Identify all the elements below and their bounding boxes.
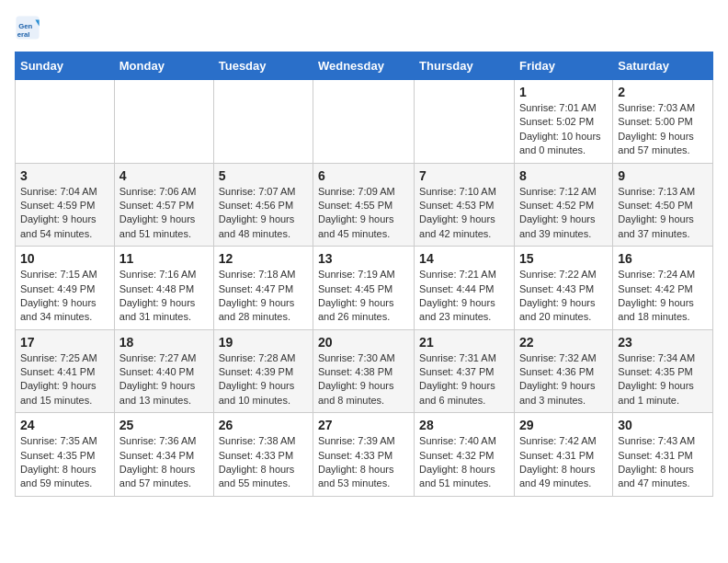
day-cell: 9Sunrise: 7:13 AM Sunset: 4:50 PM Daylig… [613,163,713,247]
day-number: 30 [618,418,708,432]
day-number: 21 [419,335,509,350]
day-detail: Sunrise: 7:27 AM Sunset: 4:40 PM Dayligh… [119,351,209,408]
day-detail: Sunrise: 7:40 AM Sunset: 4:32 PM Dayligh… [419,434,509,491]
day-cell: 24Sunrise: 7:35 AM Sunset: 4:35 PM Dayli… [16,413,115,497]
week-row-3: 10Sunrise: 7:15 AM Sunset: 4:49 PM Dayli… [16,247,713,330]
day-number: 17 [20,335,109,350]
day-number: 8 [519,168,608,183]
top-area: Gen eral [15,15,713,44]
day-cell: 18Sunrise: 7:27 AM Sunset: 4:40 PM Dayli… [114,329,213,413]
day-cell [16,80,115,164]
svg-text:Gen: Gen [18,22,32,30]
day-detail: Sunrise: 7:38 AM Sunset: 4:33 PM Dayligh… [219,434,308,491]
day-detail: Sunrise: 7:09 AM Sunset: 4:55 PM Dayligh… [318,185,409,242]
day-cell [114,80,213,164]
day-number: 7 [419,168,509,183]
week-row-5: 24Sunrise: 7:35 AM Sunset: 4:35 PM Dayli… [16,413,713,497]
day-detail: Sunrise: 7:35 AM Sunset: 4:35 PM Dayligh… [20,434,109,491]
day-cell: 26Sunrise: 7:38 AM Sunset: 4:33 PM Dayli… [213,413,313,497]
day-detail: Sunrise: 7:42 AM Sunset: 4:31 PM Dayligh… [519,434,608,491]
day-number: 29 [519,418,608,432]
day-cell [313,80,414,164]
calendar-table: SundayMondayTuesdayWednesdayThursdayFrid… [15,52,713,497]
day-detail: Sunrise: 7:19 AM Sunset: 4:45 PM Dayligh… [318,268,409,325]
day-cell: 28Sunrise: 7:40 AM Sunset: 4:32 PM Dayli… [415,413,515,497]
day-cell: 25Sunrise: 7:36 AM Sunset: 4:34 PM Dayli… [114,413,213,497]
day-cell: 30Sunrise: 7:43 AM Sunset: 4:31 PM Dayli… [613,413,713,497]
day-detail: Sunrise: 7:39 AM Sunset: 4:33 PM Dayligh… [318,434,409,491]
calendar-header: SundayMondayTuesdayWednesdayThursdayFrid… [16,52,713,80]
day-detail: Sunrise: 7:28 AM Sunset: 4:39 PM Dayligh… [219,351,308,408]
header-day-sunday: Sunday [16,52,115,80]
day-number: 26 [219,418,308,432]
logo: Gen eral [15,15,44,40]
logo-icon: Gen eral [15,15,40,40]
day-detail: Sunrise: 7:03 AM Sunset: 5:00 PM Dayligh… [618,101,708,158]
header-day-tuesday: Tuesday [213,52,313,80]
day-detail: Sunrise: 7:31 AM Sunset: 4:37 PM Dayligh… [419,351,509,408]
day-detail: Sunrise: 7:10 AM Sunset: 4:53 PM Dayligh… [419,185,509,242]
day-number: 2 [618,85,708,99]
day-detail: Sunrise: 7:07 AM Sunset: 4:56 PM Dayligh… [219,185,308,242]
day-number: 18 [119,335,209,350]
day-detail: Sunrise: 7:43 AM Sunset: 4:31 PM Dayligh… [618,434,708,491]
day-number: 3 [20,168,109,183]
week-row-2: 3Sunrise: 7:04 AM Sunset: 4:59 PM Daylig… [16,163,713,247]
day-number: 9 [618,168,708,183]
day-detail: Sunrise: 7:34 AM Sunset: 4:35 PM Dayligh… [618,351,708,408]
day-detail: Sunrise: 7:25 AM Sunset: 4:41 PM Dayligh… [20,351,109,408]
day-cell: 1Sunrise: 7:01 AM Sunset: 5:02 PM Daylig… [514,80,612,164]
header-day-wednesday: Wednesday [313,52,414,80]
day-cell: 20Sunrise: 7:30 AM Sunset: 4:38 PM Dayli… [313,329,414,413]
day-cell: 12Sunrise: 7:18 AM Sunset: 4:47 PM Dayli… [213,247,313,330]
day-detail: Sunrise: 7:16 AM Sunset: 4:48 PM Dayligh… [119,268,209,325]
header-day-saturday: Saturday [613,52,713,80]
day-number: 27 [318,418,409,432]
day-number: 5 [219,168,308,183]
day-detail: Sunrise: 7:15 AM Sunset: 4:49 PM Dayligh… [20,268,109,325]
day-cell: 7Sunrise: 7:10 AM Sunset: 4:53 PM Daylig… [415,163,515,247]
day-cell: 6Sunrise: 7:09 AM Sunset: 4:55 PM Daylig… [313,163,414,247]
day-cell: 2Sunrise: 7:03 AM Sunset: 5:00 PM Daylig… [613,80,713,164]
day-cell: 4Sunrise: 7:06 AM Sunset: 4:57 PM Daylig… [114,163,213,247]
day-detail: Sunrise: 7:04 AM Sunset: 4:59 PM Dayligh… [20,185,109,242]
day-detail: Sunrise: 7:21 AM Sunset: 4:44 PM Dayligh… [419,268,509,325]
day-cell: 3Sunrise: 7:04 AM Sunset: 4:59 PM Daylig… [16,163,115,247]
day-cell: 10Sunrise: 7:15 AM Sunset: 4:49 PM Dayli… [16,247,115,330]
day-number: 16 [618,251,708,266]
day-number: 20 [318,335,409,350]
day-cell: 27Sunrise: 7:39 AM Sunset: 4:33 PM Dayli… [313,413,414,497]
day-number: 23 [618,335,708,350]
day-number: 4 [119,168,209,183]
day-number: 22 [519,335,608,350]
day-cell: 29Sunrise: 7:42 AM Sunset: 4:31 PM Dayli… [514,413,612,497]
header-day-thursday: Thursday [415,52,515,80]
day-detail: Sunrise: 7:36 AM Sunset: 4:34 PM Dayligh… [119,434,209,491]
day-cell: 16Sunrise: 7:24 AM Sunset: 4:42 PM Dayli… [613,247,713,330]
day-number: 19 [219,335,308,350]
day-cell: 8Sunrise: 7:12 AM Sunset: 4:52 PM Daylig… [514,163,612,247]
day-cell: 21Sunrise: 7:31 AM Sunset: 4:37 PM Dayli… [415,329,515,413]
day-cell: 17Sunrise: 7:25 AM Sunset: 4:41 PM Dayli… [16,329,115,413]
day-detail: Sunrise: 7:01 AM Sunset: 5:02 PM Dayligh… [519,101,608,158]
day-cell [415,80,515,164]
day-cell: 13Sunrise: 7:19 AM Sunset: 4:45 PM Dayli… [313,247,414,330]
day-number: 15 [519,251,608,266]
day-detail: Sunrise: 7:12 AM Sunset: 4:52 PM Dayligh… [519,185,608,242]
day-detail: Sunrise: 7:32 AM Sunset: 4:36 PM Dayligh… [519,351,608,408]
day-number: 11 [119,251,209,266]
day-detail: Sunrise: 7:18 AM Sunset: 4:47 PM Dayligh… [219,268,308,325]
day-number: 6 [318,168,409,183]
day-detail: Sunrise: 7:24 AM Sunset: 4:42 PM Dayligh… [618,268,708,325]
week-row-1: 1Sunrise: 7:01 AM Sunset: 5:02 PM Daylig… [16,80,713,164]
day-cell: 19Sunrise: 7:28 AM Sunset: 4:39 PM Dayli… [213,329,313,413]
header-row: SundayMondayTuesdayWednesdayThursdayFrid… [16,52,713,80]
day-cell: 11Sunrise: 7:16 AM Sunset: 4:48 PM Dayli… [114,247,213,330]
day-detail: Sunrise: 7:06 AM Sunset: 4:57 PM Dayligh… [119,185,209,242]
calendar-body: 1Sunrise: 7:01 AM Sunset: 5:02 PM Daylig… [16,80,713,497]
day-detail: Sunrise: 7:22 AM Sunset: 4:43 PM Dayligh… [519,268,608,325]
header-day-monday: Monday [114,52,213,80]
day-cell: 14Sunrise: 7:21 AM Sunset: 4:44 PM Dayli… [415,247,515,330]
day-cell [213,80,313,164]
day-cell: 5Sunrise: 7:07 AM Sunset: 4:56 PM Daylig… [213,163,313,247]
